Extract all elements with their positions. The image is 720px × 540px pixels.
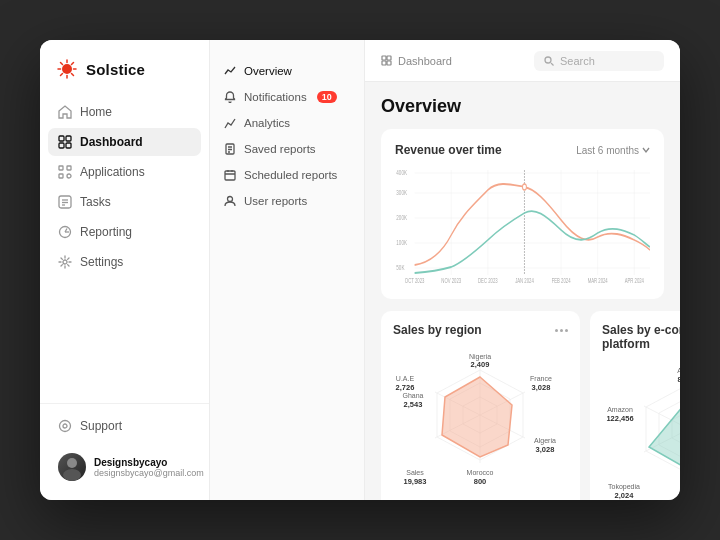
support-icon: [58, 419, 72, 433]
sidebar-item-label: Tasks: [80, 195, 111, 209]
sub-nav-analytics[interactable]: Analytics: [210, 110, 364, 136]
svg-rect-33: [225, 171, 235, 180]
svg-rect-15: [59, 174, 63, 178]
sub-nav-saved-reports[interactable]: Saved reports: [210, 136, 364, 162]
svg-text:FEB 2024: FEB 2024: [552, 277, 571, 284]
saved-reports-icon: [224, 143, 236, 155]
sidebar-item-dashboard[interactable]: Dashboard: [48, 128, 201, 156]
svg-rect-12: [66, 143, 71, 148]
sidebar-item-tasks[interactable]: Tasks: [48, 188, 201, 216]
svg-text:Sales: Sales: [406, 469, 424, 476]
support-label: Support: [80, 419, 122, 433]
svg-text:MAR 2024: MAR 2024: [588, 277, 608, 284]
svg-line-43: [551, 63, 554, 66]
svg-text:DEC 2023: DEC 2023: [478, 277, 498, 284]
svg-rect-40: [382, 61, 386, 65]
sidebar-item-applications[interactable]: Applications: [48, 158, 201, 186]
svg-text:U.A.E: U.A.E: [396, 375, 415, 382]
sub-nav-label: Overview: [244, 65, 292, 77]
search-bar[interactable]: Search: [534, 51, 664, 71]
sidebar-item-support[interactable]: Support: [48, 412, 201, 440]
search-icon: [544, 56, 554, 66]
svg-text:300K: 300K: [396, 189, 407, 196]
logo-icon: [56, 58, 78, 80]
sub-nav-label: User reports: [244, 195, 307, 207]
filter-label: Last 6 months: [576, 145, 639, 156]
sub-nav-scheduled-reports[interactable]: Scheduled reports: [210, 162, 364, 188]
sidebar-item-home[interactable]: Home: [48, 98, 201, 126]
region-radar-svg: Nigeria 2,409 France 3,028 Algeria 3,028…: [393, 343, 568, 488]
svg-text:50K: 50K: [396, 264, 404, 271]
svg-text:100K: 100K: [396, 239, 407, 246]
main-area: Dashboard Search Overview Revenue over t…: [365, 40, 680, 500]
app-title: Solstice: [86, 61, 145, 78]
svg-rect-39: [387, 56, 391, 60]
svg-text:2,726: 2,726: [396, 383, 415, 392]
sidebar-item-reporting[interactable]: Reporting: [48, 218, 201, 246]
top-bar: Dashboard Search: [365, 40, 680, 82]
sidebar-item-label: Dashboard: [80, 135, 143, 149]
svg-text:OCT 2023: OCT 2023: [405, 277, 425, 284]
applications-icon: [58, 165, 72, 179]
main-content-wrapper: Overview Notifications 10 Analytics: [210, 40, 680, 500]
revenue-chart-svg: 400K 300K 200K 100K 50K: [395, 165, 650, 285]
sales-region-menu[interactable]: [555, 329, 568, 332]
sidebar-item-settings[interactable]: Settings: [48, 248, 201, 276]
svg-text:80,000: 80,000: [678, 375, 680, 384]
revenue-filter[interactable]: Last 6 months: [576, 145, 650, 156]
svg-line-7: [72, 63, 74, 65]
sub-nav-notifications[interactable]: Notifications 10: [210, 84, 364, 110]
svg-rect-9: [59, 136, 64, 141]
chevron-down-icon: [642, 146, 650, 154]
svg-rect-41: [387, 61, 391, 65]
bottom-cards-row: Sales by region: [381, 311, 664, 500]
sidebar-nav: Home Dashboard App: [40, 98, 209, 403]
svg-rect-13: [59, 166, 63, 170]
overview-icon: [224, 65, 236, 77]
sidebar: Solstice Home Dashboard: [40, 40, 210, 500]
sub-nav-user-reports[interactable]: User reports: [210, 188, 364, 214]
svg-text:800: 800: [474, 477, 487, 486]
svg-point-42: [545, 57, 551, 63]
sub-nav-overview[interactable]: Overview: [210, 58, 364, 84]
sub-nav-label: Analytics: [244, 117, 290, 129]
svg-point-24: [63, 260, 67, 264]
svg-point-25: [60, 421, 71, 432]
svg-text:19,983: 19,983: [404, 477, 427, 486]
user-text: Designsbycayo designsbycayo@gmail.com: [94, 457, 204, 478]
sub-nav-label: Notifications: [244, 91, 307, 103]
svg-point-28: [63, 469, 81, 481]
svg-rect-38: [382, 56, 386, 60]
svg-point-60: [523, 184, 527, 190]
sub-nav: Overview Notifications 10 Analytics: [210, 40, 365, 500]
svg-text:NOV 2023: NOV 2023: [441, 277, 461, 284]
svg-text:Morocco: Morocco: [467, 469, 494, 476]
svg-line-5: [61, 63, 63, 65]
sidebar-bottom: Support Designsbycayo designsbycayo@gmai…: [40, 403, 209, 488]
svg-text:APR 2024: APR 2024: [625, 277, 644, 284]
dashboard-icon: [58, 135, 72, 149]
svg-text:200K: 200K: [396, 214, 407, 221]
sub-nav-label: Scheduled reports: [244, 169, 337, 181]
sales-ecommerce-header: Sales by e-commerce platform: [602, 323, 680, 351]
tasks-icon: [58, 195, 72, 209]
analytics-icon: [224, 117, 236, 129]
svg-text:122,456: 122,456: [606, 414, 633, 423]
notifications-icon: [224, 91, 236, 103]
breadcrumb-icon: [381, 55, 392, 66]
breadcrumb: Dashboard: [381, 55, 452, 67]
sidebar-item-label: Home: [80, 105, 112, 119]
svg-text:400K: 400K: [396, 169, 407, 176]
ecommerce-radar-svg: Alibaba 80,000 Dubizzle 800,000 Dubizzle…: [602, 357, 680, 501]
revenue-chart-area: 400K 300K 200K 100K 50K: [395, 165, 650, 285]
page-title: Overview: [381, 96, 664, 117]
revenue-chart-card: Revenue over time Last 6 months 400K: [381, 129, 664, 299]
svg-text:3,028: 3,028: [536, 445, 555, 454]
home-icon: [58, 105, 72, 119]
svg-marker-101: [649, 399, 680, 467]
user-reports-icon: [224, 195, 236, 207]
svg-text:JAN 2024: JAN 2024: [515, 277, 534, 284]
sales-ecommerce-card: Sales by e-commerce platform: [590, 311, 680, 500]
sidebar-item-label: Applications: [80, 165, 145, 179]
revenue-card-header: Revenue over time Last 6 months: [395, 143, 650, 157]
